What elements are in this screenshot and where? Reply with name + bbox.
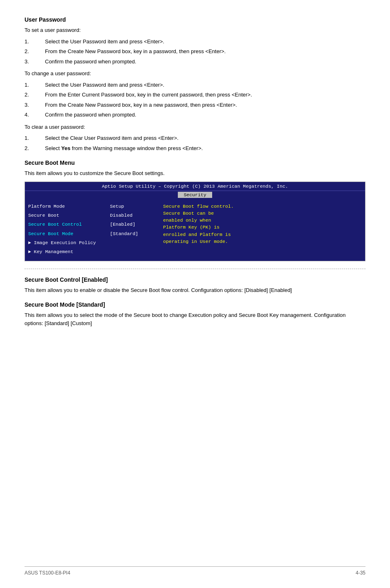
bios-left-column: Platform Mode Secure Boot Secure Boot Co…: [25, 203, 107, 258]
bios-middle-column: Setup Disabled [Enabled] [Standard]: [107, 203, 160, 258]
clear-intro: To clear a user password:: [25, 123, 365, 131]
bios-help-line-5: enrolled and Platform is: [163, 231, 362, 238]
secure-boot-control-section: Secure Boot Control [Enabled] This item …: [25, 276, 365, 294]
set-steps-list: 1.Select the User Password item and pres…: [25, 38, 365, 66]
footer-product-name: ASUS TS100-E8-PI4: [25, 570, 70, 576]
bios-header: Aptio Setup Utility – Copyright (C) 2013…: [25, 182, 365, 191]
bios-val-secure-boot-mode: [Standard]: [110, 230, 157, 238]
secure-boot-mode-section: Secure Boot Mode [Standard] This item al…: [25, 301, 365, 327]
bios-val-platform-mode: Setup: [110, 203, 157, 210]
bios-dashes: [25, 269, 365, 269]
bios-help-line-2: Secure Boot can be: [163, 210, 362, 217]
secure-boot-control-description: This item allows you to enable or disabl…: [25, 286, 365, 294]
bios-screenshot-box: Aptio Setup Utility – Copyright (C) 2013…: [25, 182, 365, 261]
bios-help-line-6: operating in User mode.: [163, 238, 362, 245]
bios-val-secure-boot-control: [Enabled]: [110, 221, 157, 228]
bios-help-line-1: Secure Boot flow control.: [163, 203, 362, 210]
secure-boot-mode-heading: Secure Boot Mode [Standard]: [25, 301, 365, 308]
list-item: 4.Confirm the password when prompted.: [25, 111, 365, 119]
list-item: 1.Select the User Password item and pres…: [25, 38, 365, 46]
footer-page-number: 4-35: [356, 570, 365, 576]
bios-item-secure-boot-control: Secure Boot Control: [28, 221, 103, 228]
bios-content: Platform Mode Secure Boot Secure Boot Co…: [25, 200, 365, 261]
set-intro: To set a user password:: [25, 26, 365, 34]
secure-boot-control-heading: Secure Boot Control [Enabled]: [25, 276, 365, 283]
page-footer: ASUS TS100-E8-PI4 4-35: [25, 566, 365, 576]
list-item: 3.From the Create New Password box, key …: [25, 101, 365, 109]
secure-boot-menu-heading: Secure Boot Menu: [25, 159, 365, 166]
user-password-heading: User Password: [25, 16, 365, 23]
secure-boot-mode-description: This item allows you to select the mode …: [25, 311, 365, 327]
secure-boot-menu-intro: This item allows you to customize the Se…: [25, 169, 365, 177]
bios-help-line-3: enabled only when: [163, 217, 362, 224]
bios-val-secure-boot: Disabled: [110, 212, 157, 219]
bios-item-image-execution: ► Image Execution Policy: [28, 239, 103, 247]
user-password-section: User Password To set a user password: 1.…: [25, 16, 365, 152]
bios-right-help: Secure Boot flow control. Secure Boot ca…: [160, 203, 365, 258]
bios-item-platform-mode: Platform Mode: [28, 203, 103, 210]
list-item: 2.From the Enter Current Password box, k…: [25, 91, 365, 99]
list-item: 2.Select Yes from the Warning message wi…: [25, 144, 365, 153]
list-item: 1.Select the Clear User Password item an…: [25, 134, 365, 142]
bios-item-secure-boot: Secure Boot: [28, 212, 103, 219]
clear-steps-list: 1.Select the Clear User Password item an…: [25, 134, 365, 152]
bios-tab-row: Security: [25, 191, 365, 200]
bios-item-secure-boot-mode: Secure Boot Mode: [28, 230, 103, 238]
list-item: 1.Select the User Password item and pres…: [25, 81, 365, 89]
list-item: 3.Confirm the password when prompted.: [25, 58, 365, 66]
change-intro: To change a user password:: [25, 70, 365, 78]
list-item: 2.From the Create New Password box, key …: [25, 47, 365, 56]
secure-boot-menu-section: Secure Boot Menu This item allows you to…: [25, 159, 365, 269]
change-steps-list: 1.Select the User Password item and pres…: [25, 81, 365, 119]
bios-help-line-4: Platform Key (PK) is: [163, 224, 362, 231]
bios-security-tab: Security: [178, 192, 212, 198]
bios-item-key-management: ► Key Management: [28, 248, 103, 256]
